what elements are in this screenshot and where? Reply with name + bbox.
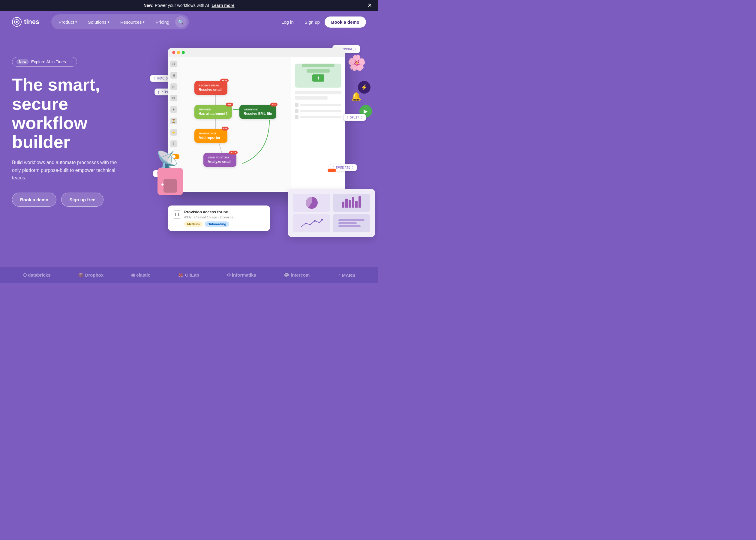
node-type-webhook: Webhook <box>244 108 272 111</box>
node-type-trigger: Trigger <box>198 108 228 111</box>
wrp-line-2 <box>295 96 327 100</box>
partner-databricks: ⬡ databricks <box>23 272 51 278</box>
nav-right: Log in | Sign up Book a demo <box>281 17 366 28</box>
analytics-dash <box>333 214 370 232</box>
bar-2 <box>345 199 348 207</box>
ws-icon-6: ⏳ <box>171 118 177 124</box>
node-name-trigger: Has attachment? <box>198 112 228 116</box>
hero-description: Build workflows and automate processes w… <box>12 159 126 182</box>
ws-icon-1: ⊙ <box>171 61 177 67</box>
workflow-window: ⊙ 🖥 ▷ ✉ ✦ ⏳ ⚡ ⑄ <box>168 48 345 192</box>
bar-6 <box>358 196 361 207</box>
new-badge[interactable]: New Explore AI in Tines → <box>12 57 77 67</box>
partner-dropbox: 📦 Dropbox <box>78 272 103 278</box>
hero-buttons: Book a demo Sign up free <box>12 193 138 207</box>
provision-card[interactable]: ☐ Provision access for ne... #332 · Crea… <box>168 205 270 231</box>
close-announcement-button[interactable]: ✕ <box>367 2 372 9</box>
chevron-down-icon: ▾ <box>75 20 77 24</box>
analytics-card <box>288 189 375 237</box>
nav-item-solutions[interactable]: Solutions ▾ <box>83 17 114 27</box>
nav-menu: Product ▾ Solutions ▾ Resources ▾ Pricin… <box>51 14 189 29</box>
bar-3 <box>349 200 351 207</box>
float-split: ƒ SPLIT() <box>343 114 366 121</box>
ws-icon-3: ▷ <box>171 83 177 90</box>
ws-icon-5: ✦ <box>171 106 177 113</box>
node-trigger[interactable]: 93k Trigger Has attachment? <box>194 105 232 119</box>
provision-tags: Medium Onboarding <box>184 221 236 227</box>
ws-icon-7: ⚡ <box>171 129 177 136</box>
analytics-line-chart <box>293 214 330 232</box>
announcement-text: New: Power your workflows with AI <box>144 3 209 8</box>
bar-1 <box>342 202 344 207</box>
node-type-send: Send to story <box>207 156 232 159</box>
analytics-bar-chart <box>333 194 370 212</box>
partners-bar: ⬡ databricks 📦 Dropbox ◉ elastic 🦊 GitLa… <box>0 267 378 283</box>
logo-text: tines <box>24 18 39 26</box>
provision-meta: #332 · Created 1h ago · 2 comme... <box>184 215 236 219</box>
badge-text: Explore AI in Tines <box>31 60 66 64</box>
window-titlebar <box>168 48 345 57</box>
wrp-green-block: ⬆ <box>295 64 341 87</box>
pie-chart-visual <box>306 197 318 209</box>
window-dot-yellow <box>177 51 180 54</box>
nav-label-product: Product <box>59 20 74 25</box>
node-name-send: Analyze email <box>207 160 232 164</box>
book-demo-hero-button[interactable]: Book a demo <box>12 193 57 207</box>
search-button[interactable]: 🔍 <box>175 16 187 28</box>
bar-5 <box>355 201 358 207</box>
analytics-pie-chart <box>293 194 330 212</box>
svg-point-1 <box>16 21 18 23</box>
announcement-body: Power your workflows with AI <box>155 3 209 8</box>
pink-box-inner <box>164 179 177 193</box>
connector-svg <box>180 57 291 192</box>
learn-more-link[interactable]: Learn more <box>211 3 234 8</box>
window-dot-green <box>182 51 185 54</box>
node-transform[interactable]: 93k Transform Add reporter <box>194 129 227 143</box>
tag-medium: Medium <box>184 221 203 227</box>
node-type-transform: Transform <box>198 132 223 135</box>
partner-informatika: ⚙ informatika <box>227 272 256 278</box>
nav-divider: | <box>299 19 300 25</box>
partner-gitlab: 🦊 GitLab <box>178 272 199 278</box>
nav-item-pricing[interactable]: Pricing <box>151 17 174 27</box>
logo[interactable]: tines <box>12 17 39 27</box>
login-button[interactable]: Log in <box>281 20 294 25</box>
node-name-email: Receive email <box>198 87 223 92</box>
partner-intercom: 💬 intercom <box>284 272 310 278</box>
nav-item-product[interactable]: Product ▾ <box>54 17 82 27</box>
chevron-down-icon: ▾ <box>108 20 109 24</box>
hero-title: The smart, secure workflow builder <box>12 75 138 152</box>
node-name-webhook: Receive EML file <box>244 112 272 116</box>
navbar: tines Product ▾ Solutions ▾ Resources ▾ … <box>0 11 378 33</box>
nav-item-resources[interactable]: Resources ▾ <box>115 17 150 27</box>
provision-icon: ☐ <box>173 210 181 219</box>
signup-button[interactable]: Sign up <box>305 20 320 25</box>
bar-chart-visual <box>341 197 362 209</box>
book-demo-nav-button[interactable]: Book a demo <box>324 17 366 28</box>
pink-box-decoration <box>158 168 183 195</box>
signup-free-button[interactable]: Sign up free <box>61 193 103 207</box>
node-name-transform: Add reporter <box>198 136 223 140</box>
chevron-down-icon: ▾ <box>143 20 145 24</box>
node-receive-email[interactable]: 162k Receive email Receive email <box>194 81 227 95</box>
node-badge-send: 177k <box>229 151 238 155</box>
window-dot-red <box>172 51 175 54</box>
badge-arrow: → <box>68 60 72 64</box>
workflow-content: ⊙ 🖥 ▷ ✉ ✦ ⏳ ⚡ ⑄ <box>168 57 345 192</box>
node-type-email: Receive email <box>198 84 223 87</box>
ws-icon-4: ✉ <box>171 95 177 101</box>
ws-icon-8: ⑄ <box>171 140 177 147</box>
hero-left: New Explore AI in Tines → The smart, sec… <box>12 45 138 207</box>
new-tag: New <box>17 59 29 65</box>
orange-pill-decoration <box>327 169 336 172</box>
node-badge-webhook: 71k <box>270 103 277 106</box>
node-webhook[interactable]: 71k Webhook Receive EML file <box>239 105 276 119</box>
bell-icon: 🔔 <box>351 91 361 101</box>
partner-elastic: ◉ elastic <box>131 272 150 278</box>
flower-decoration: 🌸 <box>347 54 366 71</box>
nav-label-pricing: Pricing <box>155 20 169 25</box>
hero-visual: ƒ LAMBDA() ƒ HMAC_SHA... ƒ ZIP() ⚡ 🔔 🌸 ▶… <box>150 45 366 255</box>
ws-icon-2: 🖥 <box>171 72 177 78</box>
svg-point-5 <box>314 220 315 222</box>
node-send[interactable]: 177k Send to story Analyze email <box>203 153 236 167</box>
